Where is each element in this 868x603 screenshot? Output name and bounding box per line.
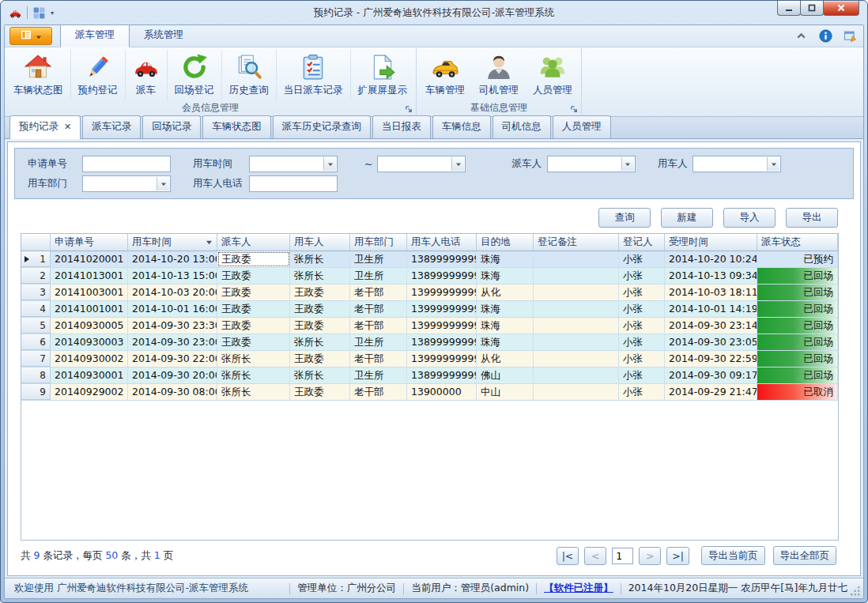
cell-apply-no[interactable]: 20140930005 [51,318,128,334]
doc-tab-daily-report[interactable]: 当日报表 [372,115,431,138]
cell-user-phone[interactable]: 13899999999 [407,251,477,267]
cell-use-dept[interactable]: 卫生所 [350,251,407,267]
cell-destination[interactable]: 从化 [477,285,534,300]
doc-tab-dispatch-history-query[interactable]: 派车历史记录查询 [273,115,371,138]
doc-tab-reservation-records[interactable]: 预约记录✕ [9,115,81,139]
dispatcher-dropdown[interactable] [547,156,636,172]
cell-registrar[interactable]: 小张 [619,367,665,383]
cell-dispatcher[interactable]: 王政委 [217,268,290,284]
cell-user-phone[interactable]: 13999999999 [407,318,477,334]
table-row[interactable]: 8201409300012014-09-30 20:00张所长张所长卫生所138… [21,367,838,384]
last-page-button[interactable]: >| [666,547,689,565]
cell-accept-time[interactable]: 2014-10-03 18:11 [665,285,757,300]
cell-dispatcher[interactable]: 王政委 [217,301,290,317]
column-header-row-header[interactable] [21,234,51,251]
page-number-input[interactable] [612,548,633,564]
cell-use-time[interactable]: 2014-09-30 23:00 [128,334,217,350]
close-tab-icon[interactable]: ✕ [64,122,71,131]
cell-use-time[interactable]: 2014-10-03 20:00 [128,285,217,300]
cell-user-phone[interactable]: 13899999999 [407,367,477,383]
table-row[interactable]: 5201409300052014-09-30 23:30王政委王政委老干部139… [21,318,838,334]
cell-car-user[interactable]: 王政委 [290,318,350,334]
car-user-dropdown[interactable] [693,156,781,172]
cell-user-phone[interactable]: 13999999999 [407,301,477,317]
table-row[interactable]: 9201409290022014-09-30 08:00张所长王政委老干部139… [21,384,838,401]
app-car-icon[interactable] [9,6,22,20]
cell-user-phone[interactable]: 13999999999 [407,285,477,300]
cell-car-user[interactable]: 张所长 [290,367,350,383]
help-window-icon[interactable] [843,29,857,43]
cell-use-dept[interactable]: 老干部 [350,285,407,300]
cell-apply-no[interactable]: 20140930001 [51,367,128,383]
cell-registrar[interactable]: 小张 [619,268,665,284]
ribbon-button-vehicle-status-map[interactable]: 车辆状态图 [6,50,70,101]
cell-destination[interactable]: 佛山 [477,367,534,383]
cell-registrar[interactable]: 小张 [619,351,665,367]
cell-apply-no[interactable]: 20141020001 [51,251,128,267]
column-header-use-time[interactable]: 用车时间 [128,234,217,251]
table-row[interactable]: 4201410010012014-10-01 16:00王政委王政委老干部139… [21,301,838,318]
layout-icon[interactable] [32,6,46,20]
cell-use-time[interactable]: 2014-09-30 22:00 [128,351,217,367]
cell-accept-time[interactable]: 2014-09-29 21:47 [665,384,757,400]
column-header-accept-time[interactable]: 受理时间 [665,234,757,251]
cell-register-remark[interactable] [534,384,619,400]
export-all-pages-button[interactable]: 导出全部页 [773,546,837,565]
qat-dropdown-caret-icon[interactable]: ▾ [51,9,54,17]
use-dept-dropdown[interactable] [82,175,171,192]
cell-register-remark[interactable] [534,351,619,367]
cell-car-user[interactable]: 张所长 [290,268,350,284]
cell-dispatch-status status-badge[interactable]: 已回场 [757,318,838,334]
ribbon-button-reservation-register[interactable]: 预约登记 [70,50,125,101]
doc-tab-return-records[interactable]: 回场记录 [142,115,201,138]
cell-accept-time[interactable]: 2014-10-01 14:19 [665,301,757,317]
column-header-registrar[interactable]: 登记人 [619,234,665,251]
ribbon-button-staff-manage[interactable]: 人员管理 [526,50,579,101]
ribbon-button-vehicle-manage[interactable]: 车辆管理 [418,50,472,101]
dropdown-caret-icon[interactable] [323,157,336,171]
column-header-use-dept[interactable]: 用车部门 [350,234,407,251]
cell-apply-no[interactable]: 20140930003 [51,334,128,350]
cell-registrar[interactable]: 小张 [619,384,665,400]
row-header[interactable]: 1 [21,251,51,267]
doc-tab-vehicle-info[interactable]: 车辆信息 [432,115,491,138]
cell-use-time[interactable]: 2014-10-20 13:00 [128,251,217,267]
cell-use-dept[interactable]: 卫生所 [350,334,407,350]
dialog-launcher-icon[interactable] [405,105,413,114]
cell-register-remark[interactable] [534,301,619,317]
table-row[interactable]: 2201410130012014-10-13 15:00王政委张所长卫生所138… [21,268,838,285]
cell-use-time[interactable]: 2014-10-13 15:00 [128,268,217,284]
cell-use-dept[interactable]: 老干部 [350,384,407,400]
cell-dispatch-status status-badge[interactable]: 已回场 [757,301,838,317]
cell-dispatcher[interactable]: 王政委 [217,334,290,350]
cell-car-user[interactable]: 张所长 [290,251,350,267]
cell-dispatcher[interactable]: 王政委 [217,285,290,300]
row-header[interactable]: 8 [21,367,51,383]
cell-use-time[interactable]: 2014-09-30 23:30 [128,318,217,334]
maximize-button[interactable] [800,1,824,16]
cell-accept-time[interactable]: 2014-10-20 10:24 [665,251,757,267]
column-header-car-user[interactable]: 用车人 [290,234,350,251]
cell-register-remark[interactable] [534,285,619,300]
cell-registrar[interactable]: 小张 [619,301,665,317]
table-row[interactable]: 3201410030012014-10-03 20:00王政委王政委老干部139… [21,285,838,301]
export-current-page-button[interactable]: 导出当前页 [701,546,765,565]
cell-destination[interactable]: 从化 [477,351,534,367]
cell-destination[interactable]: 珠海 [477,268,534,284]
first-page-button[interactable]: |< [557,547,579,565]
cell-destination[interactable]: 珠海 [477,251,534,267]
cell-apply-no[interactable]: 20141013001 [51,268,128,284]
cell-accept-time[interactable]: 2014-09-30 09:17 [665,367,757,383]
cell-use-dept[interactable]: 老干部 [350,301,407,317]
cell-destination[interactable]: 珠海 [477,318,534,334]
cell-accept-time[interactable]: 2014-10-13 09:34 [665,268,757,284]
cell-dispatch-status status-badge[interactable]: 已回场 [757,268,838,284]
ribbon-tab-system-manage[interactable]: 系统管理 [130,24,198,47]
doc-tab-staff-manage[interactable]: 人员管理 [553,115,611,138]
use-time-to-dropdown[interactable] [377,156,466,172]
cell-use-time[interactable]: 2014-09-30 20:00 [128,367,217,383]
apply-no-input[interactable] [82,156,171,172]
cell-use-time[interactable]: 2014-10-01 16:00 [128,301,217,317]
cell-dispatch-status status-badge[interactable]: 已回场 [757,367,838,383]
cell-registrar[interactable]: 小张 [619,318,665,334]
